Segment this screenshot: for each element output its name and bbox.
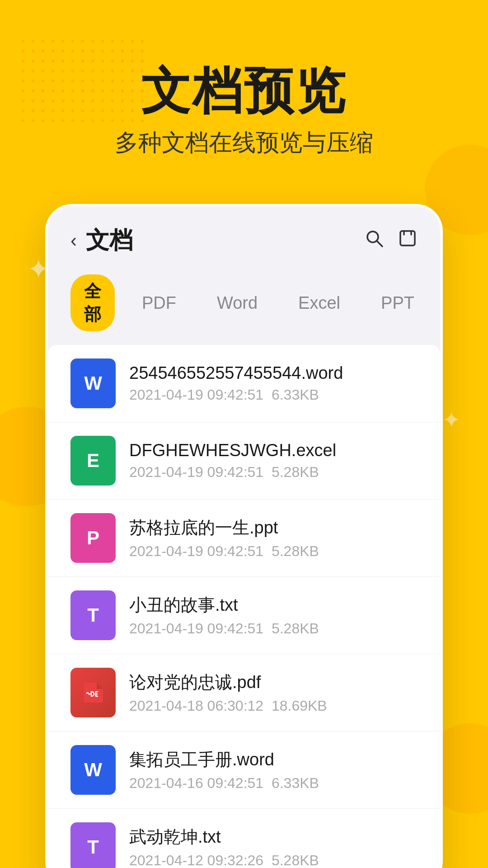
- file-info: 论对党的忠诚.pdf 2021-04-18 06:30:12 18.69KB: [129, 671, 418, 714]
- file-name: DFGHEWHESJWGH.excel: [129, 441, 418, 460]
- file-info: 武动乾坤.txt 2021-04-12 09:32:26 5.28KB: [129, 826, 418, 868]
- file-list: W 254546552557455544.word 2021-04-19 09:…: [48, 345, 440, 868]
- file-meta: 2021-04-19 09:42:51 6.33KB: [129, 387, 418, 403]
- filter-tabs: 全部 PDF Word Excel PPT TXT: [48, 265, 440, 345]
- topbar: ‹ 文档: [48, 207, 440, 265]
- file-meta: 2021-04-16 09:42:51 6.33KB: [129, 775, 418, 792]
- tab-word[interactable]: Word: [203, 288, 271, 318]
- file-icon-word: W: [70, 359, 116, 408]
- tab-excel[interactable]: Excel: [285, 288, 354, 318]
- phone-mockup: ‹ 文档 全部 PDF Word Excel PPT: [45, 204, 443, 868]
- file-info: 254546552557455544.word 2021-04-19 09:42…: [129, 363, 418, 403]
- tab-all[interactable]: 全部: [70, 274, 115, 331]
- file-name: 集拓员工手册.word: [129, 748, 418, 771]
- list-item[interactable]: P 苏格拉底的一生.ppt 2021-04-19 09:42:51 5.28KB: [48, 500, 440, 577]
- tab-ppt[interactable]: PPT: [367, 288, 428, 318]
- file-info: 苏格拉底的一生.ppt 2021-04-19 09:42:51 5.28KB: [129, 516, 418, 560]
- file-meta: 2021-04-19 09:42:51 5.28KB: [129, 543, 418, 560]
- sparkle-right-icon: ✦: [442, 407, 461, 433]
- list-item[interactable]: E DFGHEWHESJWGH.excel 2021-04-19 09:42:5…: [48, 422, 440, 500]
- list-item[interactable]: T 武动乾坤.txt 2021-04-12 09:32:26 5.28KB: [48, 809, 440, 868]
- file-meta: 2021-04-18 06:30:12 18.69KB: [129, 698, 418, 714]
- list-item[interactable]: 论对党的忠诚.pdf 2021-04-18 06:30:12 18.69KB: [48, 654, 440, 731]
- file-icon-ppt: P: [70, 513, 116, 563]
- page-subtitle: 多种文档在线预览与压缩: [36, 127, 452, 159]
- file-name: 小丑的故事.txt: [129, 594, 418, 617]
- file-name: 武动乾坤.txt: [129, 826, 418, 849]
- back-button[interactable]: ‹: [70, 230, 77, 251]
- file-info: 小丑的故事.txt 2021-04-19 09:42:51 5.28KB: [129, 594, 418, 637]
- topbar-actions: [364, 228, 418, 253]
- edit-icon[interactable]: [398, 228, 418, 253]
- tab-pdf[interactable]: PDF: [128, 288, 190, 318]
- search-icon[interactable]: [364, 228, 384, 253]
- list-item[interactable]: W 254546552557455544.word 2021-04-19 09:…: [48, 345, 440, 422]
- file-meta: 2021-04-19 09:42:51 5.28KB: [129, 464, 418, 481]
- header-section: 文档预览 多种文档在线预览与压缩: [0, 0, 488, 186]
- file-icon-txt: T: [70, 822, 116, 868]
- file-icon-txt: T: [70, 590, 116, 640]
- list-item[interactable]: W 集拓员工手册.word 2021-04-16 09:42:51 6.33KB: [48, 731, 440, 809]
- file-icon-excel: E: [70, 436, 116, 486]
- file-name: 254546552557455544.word: [129, 363, 418, 383]
- page-title: 文档预览: [36, 63, 452, 118]
- svg-line-1: [377, 241, 382, 246]
- file-info: 集拓员工手册.word 2021-04-16 09:42:51 6.33KB: [129, 748, 418, 792]
- svg-rect-2: [400, 231, 415, 245]
- tab-txt[interactable]: TXT: [441, 288, 443, 318]
- file-meta: 2021-04-12 09:32:26 5.28KB: [129, 852, 418, 868]
- file-info: DFGHEWHESJWGH.excel 2021-04-19 09:42:51 …: [129, 441, 418, 481]
- file-icon-word: W: [70, 745, 116, 795]
- topbar-title: 文档: [86, 225, 133, 256]
- topbar-left: ‹ 文档: [70, 225, 133, 256]
- file-meta: 2021-04-19 09:42:51 5.28KB: [129, 620, 418, 637]
- file-name: 苏格拉底的一生.ppt: [129, 516, 418, 539]
- file-icon-pdf: [70, 668, 116, 717]
- file-name: 论对党的忠诚.pdf: [129, 671, 418, 694]
- list-item[interactable]: T 小丑的故事.txt 2021-04-19 09:42:51 5.28KB: [48, 577, 440, 654]
